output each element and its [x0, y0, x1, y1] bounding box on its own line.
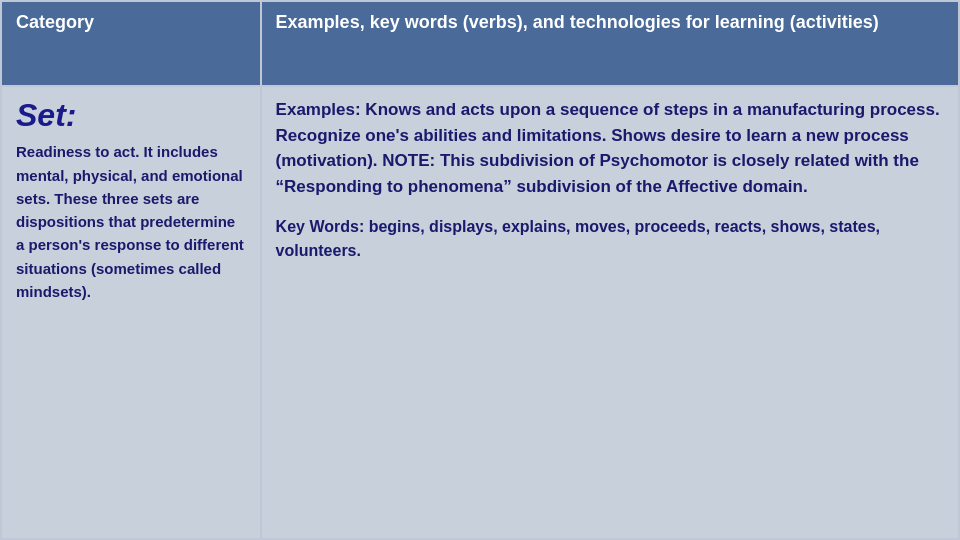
keywords-paragraph: Key Words: begins, displays, explains, m…	[276, 215, 944, 263]
set-title: Set:	[16, 97, 246, 134]
body-cell-right: Examples: Knows and acts upon a sequence…	[261, 86, 959, 539]
body-row: Set: Readiness to act. It includes menta…	[1, 86, 959, 539]
header-category-label: Category	[16, 12, 94, 32]
header-category: Category	[1, 1, 261, 86]
examples-paragraph: Examples: Knows and acts upon a sequence…	[276, 97, 944, 199]
body-cell-left: Set: Readiness to act. It includes menta…	[1, 86, 261, 539]
header-row: Category Examples, key words (verbs), an…	[1, 1, 959, 86]
left-description: Readiness to act. It includes mental, ph…	[16, 140, 246, 303]
main-table: Category Examples, key words (verbs), an…	[0, 0, 960, 540]
header-examples: Examples, key words (verbs), and technol…	[261, 1, 959, 86]
right-content: Examples: Knows and acts upon a sequence…	[276, 97, 944, 263]
header-examples-label: Examples, key words (verbs), and technol…	[276, 12, 879, 32]
